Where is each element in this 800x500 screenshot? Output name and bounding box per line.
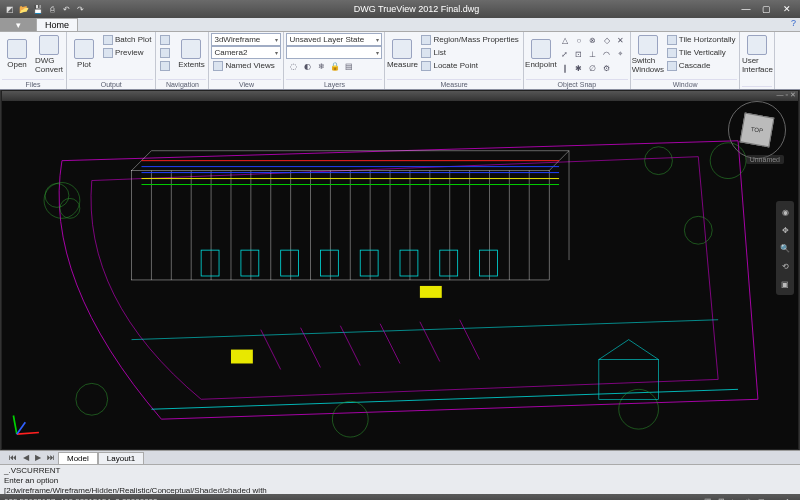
drawing-viewport[interactable]: — ▫ ✕: [1, 90, 799, 450]
doc-close-button[interactable]: ✕: [790, 91, 796, 101]
tab-home[interactable]: Home: [36, 18, 78, 31]
ui-label: User Interface: [742, 56, 773, 74]
cascade-button[interactable]: Cascade: [665, 59, 738, 72]
batch-plot-icon: [103, 35, 113, 45]
locate-point-button[interactable]: Locate Point: [419, 59, 520, 72]
layer-props-icon[interactable]: ▤: [342, 59, 356, 73]
zoom-button[interactable]: [158, 59, 174, 72]
status-grid-icon[interactable]: ▦: [701, 497, 715, 501]
named-view-dropdown[interactable]: Camera2▾: [211, 46, 281, 59]
osnap-insertion-icon[interactable]: ⊡: [572, 47, 586, 61]
application-menu-button[interactable]: ▾: [0, 18, 36, 31]
viewcube-view-name[interactable]: Unnamed: [746, 155, 784, 164]
osnap-tangent-icon[interactable]: ◠: [600, 47, 614, 61]
minimize-button[interactable]: —: [737, 4, 755, 14]
layer-isolate-icon[interactable]: ◐: [300, 59, 314, 73]
qat-save-icon[interactable]: 💾: [32, 3, 44, 15]
maximize-button[interactable]: ▢: [757, 4, 775, 14]
layer-lock-icon[interactable]: 🔒: [328, 59, 342, 73]
preview-button[interactable]: Preview: [101, 46, 153, 59]
status-snap-icon[interactable]: ⊞: [715, 497, 728, 501]
close-button[interactable]: ✕: [778, 4, 796, 14]
ucs-icon[interactable]: [10, 407, 44, 441]
region-mass-button[interactable]: Region/Mass Properties: [419, 33, 520, 46]
panel-caption: Window: [633, 79, 738, 89]
osnap-appint-icon[interactable]: ✱: [572, 61, 586, 75]
cascade-icon: [667, 61, 677, 71]
osnap-perp-icon[interactable]: ⊥: [586, 47, 600, 61]
batch-plot-button[interactable]: Batch Plot: [101, 33, 153, 46]
nav-showmotion-icon[interactable]: ▣: [778, 277, 792, 291]
osnap-node-icon[interactable]: ⊗: [586, 33, 600, 47]
list-button[interactable]: List: [419, 46, 520, 59]
tab-nav-prev[interactable]: ◀: [20, 453, 32, 462]
coordinate-readout[interactable]: 609.53683137, 460.98015154, 0.00000000: [4, 497, 157, 501]
qat-redo-icon[interactable]: ↷: [74, 3, 86, 15]
nav-zoom-icon[interactable]: 🔍: [778, 241, 792, 255]
orbit-button[interactable]: [158, 46, 174, 59]
osnap-settings-icon[interactable]: ⚙: [600, 61, 614, 75]
status-annotation-icon[interactable]: Aₐ: [782, 497, 796, 501]
tile-horizontal-button[interactable]: Tile Horizontally: [665, 33, 738, 46]
qat-open-icon[interactable]: 📂: [18, 3, 30, 15]
status-osnap-icon[interactable]: ◻: [755, 497, 768, 501]
drawing-canvas[interactable]: [2, 101, 798, 449]
named-views-button[interactable]: Named Views: [211, 59, 281, 72]
plot-button[interactable]: Plot: [69, 33, 99, 75]
extents-button[interactable]: Extents: [176, 33, 206, 75]
nav-orbit-icon[interactable]: ⟲: [778, 259, 792, 273]
layer-state-dropdown[interactable]: Unsaved Layer State▾: [286, 33, 382, 46]
osnap-center-icon[interactable]: ○: [572, 33, 586, 47]
osnap-none-icon[interactable]: ∅: [586, 61, 600, 75]
visual-style-dropdown[interactable]: 3dWireframe▾: [211, 33, 281, 46]
tab-nav-last[interactable]: ⏭: [44, 453, 58, 462]
help-icon[interactable]: ?: [787, 18, 800, 31]
svg-point-50: [332, 401, 368, 437]
osnap-intersection-icon[interactable]: ✕: [614, 33, 628, 47]
named-views-icon: [213, 61, 223, 71]
chevron-down-icon: ▾: [275, 49, 278, 56]
osnap-nearest-icon[interactable]: ⌖: [614, 47, 628, 61]
endpoint-button[interactable]: Endpoint: [526, 33, 556, 75]
command-window[interactable]: _.VSCURRENT Enter an option [2dwireframe…: [0, 464, 800, 494]
open-button[interactable]: Open: [2, 33, 32, 75]
view-cube-face[interactable]: TOP: [740, 113, 775, 148]
osnap-mid-icon[interactable]: △: [558, 33, 572, 47]
status-ortho-icon[interactable]: ∟: [728, 497, 742, 501]
tile-vertical-button[interactable]: Tile Vertically: [665, 46, 738, 59]
pan-button[interactable]: [158, 33, 174, 46]
region-icon: [421, 35, 431, 45]
panel-layers: Unsaved Layer State▾ ▾ ◌ ◐ ❄ 🔒 ▤ Layers: [284, 32, 385, 89]
osnap-parallel-icon[interactable]: ∥: [558, 61, 572, 75]
dwg-convert-button[interactable]: DWG Convert: [34, 33, 64, 75]
doc-minimize-button[interactable]: —: [777, 91, 784, 101]
tab-nav-first[interactable]: ⏮: [6, 453, 20, 462]
panel-caption: Files: [2, 79, 64, 89]
qat-plot-icon[interactable]: ⎙: [46, 3, 58, 15]
qat-undo-icon[interactable]: ↶: [60, 3, 72, 15]
osnap-extension-icon[interactable]: ⤢: [558, 47, 572, 61]
plot-icon: [74, 39, 94, 59]
panel-object-snap: Endpoint △ ○ ⊗ ◇ ✕ ⤢ ⊡ ⊥ ◠ ⌖ ∥: [524, 32, 631, 89]
command-history: _.VSCURRENT Enter an option [2dwireframe…: [4, 466, 267, 494]
status-polar-icon[interactable]: ✴: [742, 497, 755, 501]
layer-dropdown[interactable]: ▾: [286, 46, 382, 59]
measure-button[interactable]: Measure: [387, 33, 417, 75]
nav-pan-icon[interactable]: ✥: [778, 223, 792, 237]
tab-nav-next[interactable]: ▶: [32, 453, 44, 462]
user-interface-button[interactable]: User Interface: [742, 33, 772, 75]
svg-line-60: [17, 422, 26, 434]
switch-windows-button[interactable]: Switch Windows: [633, 33, 663, 75]
osnap-quadrant-icon[interactable]: ◇: [600, 33, 614, 47]
tab-model[interactable]: Model: [58, 452, 98, 464]
locate-label: Locate Point: [433, 61, 477, 70]
layer-freeze-icon[interactable]: ❄: [314, 59, 328, 73]
tab-layout1[interactable]: Layout1: [98, 452, 144, 464]
doc-restore-button[interactable]: ▫: [786, 91, 788, 101]
view-cube[interactable]: TOP: [734, 107, 780, 153]
status-model-icon[interactable]: ▭: [768, 497, 782, 501]
nav-wheel-icon[interactable]: ◉: [778, 205, 792, 219]
qat-new-icon[interactable]: ◩: [4, 3, 16, 15]
layer-off-icon[interactable]: ◌: [286, 59, 300, 73]
orbit-icon: [160, 48, 170, 58]
